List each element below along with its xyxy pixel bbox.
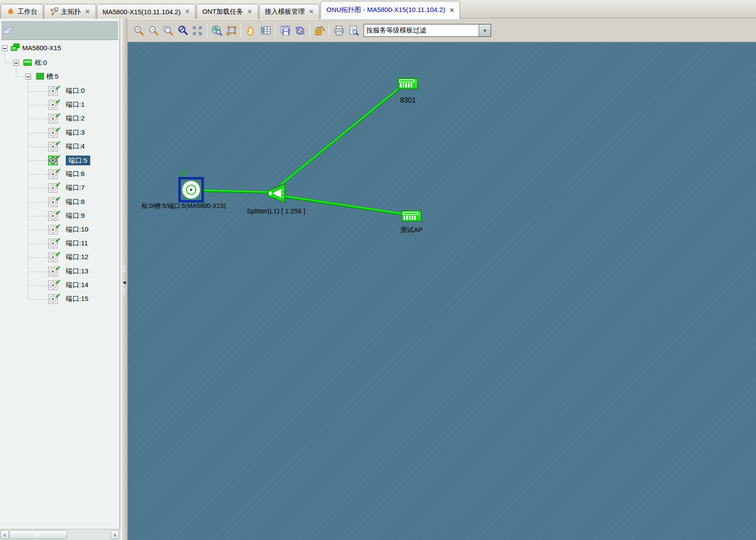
close-icon[interactable]: ✕ [85, 8, 90, 15]
device-tree: MA5800-X15 框:0 槽:5 ✔端口:0✔端口:1✔端口:2✔端口:3✔… [0, 40, 120, 529]
tree-connector [28, 119, 48, 119]
tab-onu-topology[interactable]: ONU拓扑图 - MA5800-X15(10.11.104.2)✕ [320, 1, 460, 19]
tree-port-label[interactable]: 端口:7 [66, 183, 85, 192]
tree-connector [16, 76, 25, 77]
save-topology-icon [280, 25, 291, 36]
onu-icon [398, 78, 418, 89]
tree-node-frame-label[interactable]: 框:0 [35, 58, 47, 67]
tree-port-label[interactable]: 端口:1 [66, 100, 85, 109]
zoom-marquee-button[interactable] [162, 24, 174, 37]
tree-port-label[interactable]: 端口:5 [66, 156, 90, 165]
expander-icon[interactable] [13, 60, 19, 66]
tree-port-label[interactable]: 端口:2 [66, 114, 85, 123]
nms-window: 工作台主拓扑✕MA5800-X15(10.11.104.2)✕ONT加载任务✕接… [0, 0, 756, 540]
splitter-label: Splitter(L1) [ 1:256 ] [232, 207, 320, 215]
splitter-node[interactable] [267, 183, 286, 205]
scrollbar-thumb[interactable] [9, 530, 67, 539]
tree-port-label[interactable]: 端口:6 [66, 169, 85, 178]
tree-port-label[interactable]: 端口:3 [66, 128, 85, 137]
panel-splitter[interactable]: ◄ [120, 19, 128, 540]
tree-port-label[interactable]: 端口:13 [66, 267, 88, 276]
toolbar-separator [309, 24, 310, 38]
status-check-icon: ✔ [55, 250, 61, 258]
fit-view-button[interactable] [191, 24, 203, 37]
frame-shelf-icon [23, 59, 32, 67]
pan-hand-button[interactable] [245, 24, 257, 37]
tree-connector [28, 160, 48, 161]
lock-topology-button[interactable] [313, 24, 325, 37]
tree-port-label[interactable]: 端口:0 [66, 86, 85, 95]
tree-node-slot-label[interactable]: 槽:5 [46, 72, 59, 81]
close-icon[interactable]: ✕ [449, 7, 455, 14]
tree-port-label[interactable]: 端口:9 [66, 211, 85, 220]
zoom-out-icon [148, 25, 159, 36]
print-preview-button[interactable] [348, 24, 360, 37]
tree-connector [28, 91, 48, 92]
tree-node-root-label[interactable]: MA5800-X15 [22, 44, 61, 52]
tree-connector [28, 174, 48, 175]
tree-port-label[interactable]: 端口:12 [66, 252, 88, 261]
tree-connector [28, 285, 48, 286]
service-template-filter-select[interactable]: 按服务等级模板过滤 ▼ [364, 24, 491, 37]
tab-label: ONU拓扑图 - MA5800-X15(10.11.104.2) [326, 6, 445, 14]
layers-icon [3, 27, 15, 36]
status-check-icon: ✔ [55, 236, 61, 244]
tree-port-label[interactable]: 端口:10 [66, 225, 88, 234]
status-check-icon [179, 168, 188, 176]
tab-access-template-mgmt[interactable]: 接入模板管理✕ [259, 4, 320, 19]
ne-device-icon [11, 43, 20, 52]
refresh-button[interactable] [294, 24, 306, 37]
toolbar-separator [207, 24, 207, 38]
tree-connector [28, 272, 48, 272]
dropdown-arrow-icon[interactable]: ▼ [479, 24, 491, 36]
status-check-icon: ✔ [55, 208, 61, 217]
zoom-reset-button[interactable] [176, 24, 188, 37]
zoom-reset-icon [177, 25, 188, 36]
expander-icon[interactable] [25, 74, 31, 80]
layout-frame-button[interactable] [225, 24, 237, 37]
refresh-icon [294, 25, 306, 36]
toolbar-separator [241, 24, 241, 38]
tab-workbench[interactable]: 工作台 [0, 4, 43, 19]
print-button[interactable] [333, 24, 345, 37]
data-table-button[interactable] [260, 24, 272, 37]
tree-connector [28, 133, 48, 133]
device-tree-panel: MA5800-X15 框:0 槽:5 ✔端口:0✔端口:1✔端口:2✔端口:3✔… [0, 19, 120, 540]
tab-device[interactable]: MA5800-X15(10.11.104.2)✕ [97, 4, 196, 19]
zoom-in-button[interactable] [132, 24, 144, 37]
splitter-grip [122, 266, 126, 272]
status-check-icon: ✔ [55, 125, 61, 134]
tree-port-label[interactable]: 端口:4 [66, 142, 85, 151]
tree-connector [4, 52, 5, 63]
tree-connector [28, 202, 48, 203]
status-check-icon: ✔ [55, 97, 61, 106]
collapse-panel-icon[interactable]: ◄ [122, 280, 127, 285]
tree-connector [28, 244, 48, 244]
onu-node[interactable] [398, 78, 418, 91]
tree-port-label[interactable]: 端口:11 [66, 239, 88, 248]
tab-main-topology[interactable]: 主拓扑✕ [44, 4, 96, 19]
tree-connector [28, 147, 48, 147]
tree-connector [5, 63, 13, 63]
status-check-icon: ✔ [55, 264, 61, 272]
close-icon[interactable]: ✕ [184, 8, 190, 15]
splitter-grip [122, 289, 126, 295]
onu-node[interactable] [401, 210, 422, 223]
expander-icon[interactable] [2, 45, 8, 51]
scroll-left-icon[interactable]: ‹ [0, 530, 9, 539]
status-check-icon: ✔ [55, 278, 61, 286]
save-topology-button[interactable] [279, 24, 291, 37]
tab-ont-load-task[interactable]: ONT加载任务✕ [196, 4, 258, 19]
tree-port-label[interactable]: 端口:15 [66, 294, 88, 303]
tree-port-label[interactable]: 端口:8 [66, 197, 85, 206]
scroll-right-icon[interactable]: › [111, 530, 119, 539]
close-icon[interactable]: ✕ [309, 8, 314, 15]
topology-canvas[interactable]: 框:0/槽:5/端口:5(MA5800-X15) Splitter(L1) [ … [128, 42, 756, 540]
status-check-icon: ✔ [55, 167, 61, 175]
close-icon[interactable]: ✕ [247, 8, 252, 15]
tree-horizontal-scrollbar[interactable]: ‹ › [0, 529, 120, 540]
tree-port-label[interactable]: 端口:14 [66, 280, 88, 289]
zoom-out-button[interactable] [147, 24, 159, 37]
overview-globe-button[interactable] [211, 24, 223, 37]
status-check-icon: ✔ [55, 153, 61, 161]
